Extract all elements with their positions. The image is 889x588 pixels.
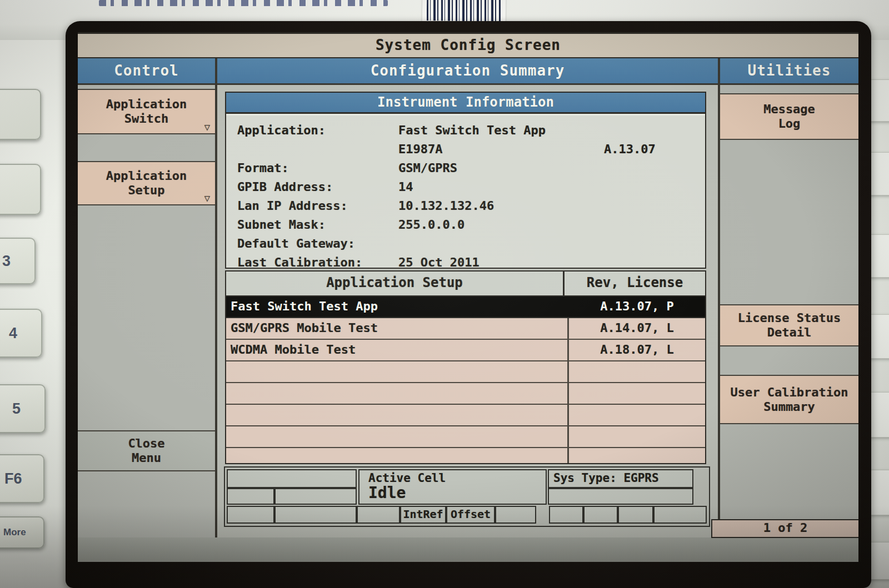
screen-title: System Config Screen — [78, 32, 858, 58]
bezel-key-blank-1[interactable] — [0, 89, 41, 140]
status-box-empty — [227, 506, 274, 524]
left-column-divider — [215, 58, 217, 537]
active-cell-state: Idle — [359, 485, 546, 501]
softkey-application-switch[interactable]: Application Switch ▽ — [78, 89, 215, 134]
status-box-empty — [653, 506, 707, 524]
bezel-key-more[interactable]: More — [0, 516, 44, 549]
softkey-close-menu[interactable]: Close Menu — [78, 430, 215, 471]
instrument-information-panel: Instrument Information Application: Fast… — [225, 92, 706, 269]
column-header-configuration-summary: Configuration Summary — [217, 58, 718, 83]
instrument-information-rows: Application: Fast Switch Test App E1987A… — [226, 114, 705, 272]
status-box-empty — [495, 506, 536, 524]
table-row-empty — [226, 405, 705, 426]
info-label: GPIB Address: — [226, 180, 398, 194]
info-row-subnet-mask: Subnet Mask: 255.0.0.0 — [226, 215, 705, 234]
status-box-empty — [274, 488, 357, 505]
status-box-empty — [227, 469, 357, 488]
softkey-application-setup-line1: Application — [106, 169, 187, 183]
softkey-user-calibration-summary[interactable]: User Calibration Summary — [720, 375, 858, 424]
column-header-control: Control — [78, 58, 215, 83]
info-row-format: Format: GSM/GPRS — [226, 158, 705, 177]
table-row-empty — [226, 361, 705, 383]
column-header-utilities: Utilities — [720, 58, 858, 83]
info-row-last-calibration: Last Calibration: 25 Oct 2011 — [226, 253, 705, 272]
softkey-license-status-detail-line2: Detail — [767, 325, 811, 340]
status-box-empty — [227, 488, 274, 505]
info-label: Application: — [226, 123, 398, 137]
info-row-default-gateway: Default Gateway: — [226, 234, 705, 253]
softkey-application-setup-line2: Setup — [128, 183, 164, 198]
info-value2: A.13.07 — [604, 142, 705, 156]
status-box-empty — [357, 506, 400, 524]
softkey-user-calibration-summary-line2: Summary — [763, 400, 815, 414]
table-row-empty — [226, 448, 705, 463]
softkey-message-log-line2: Log — [778, 117, 801, 131]
active-cell-box: Active Cell Idle — [358, 469, 547, 505]
softkey-message-log-line1: Message — [763, 102, 815, 117]
info-value: E1987A — [398, 142, 604, 156]
info-value: 10.132.132.46 — [398, 199, 604, 213]
application-setup-table-header: Application Setup Rev, License — [226, 272, 705, 296]
table-row-empty — [226, 426, 705, 448]
info-label: Format: — [226, 161, 398, 175]
partial-model-text-decoration — [99, 0, 388, 6]
info-label: Default Gateway: — [226, 237, 398, 250]
table-cell-rev: A.14.07, L — [567, 318, 705, 339]
bezel-key-5[interactable]: 5 — [0, 384, 46, 433]
page-indicator: 1 of 2 — [711, 519, 858, 538]
info-value: 255.0.0.0 — [398, 218, 604, 232]
softkey-close-menu-line2: Menu — [132, 451, 161, 465]
offset-indicator: Offset — [446, 506, 495, 524]
info-label: Lan IP Address: — [226, 199, 398, 213]
screen-bottom-strip — [78, 537, 858, 562]
active-cell-label: Active Cell — [359, 470, 546, 485]
bezel-key-blank-2[interactable] — [0, 164, 41, 215]
sys-type-box: Sys Type: EGPRS — [548, 469, 693, 488]
instrument-front-panel-photo: 3 4 5 F6 More System Config Screen Contr… — [0, 0, 889, 588]
dropdown-triangle-icon: ▽ — [204, 193, 210, 204]
softkey-license-status-detail-line1: License Status — [738, 311, 841, 325]
status-box-empty — [618, 506, 653, 524]
softkey-application-switch-line1: Application — [106, 97, 187, 112]
table-cell-name: GSM/GPRS Mobile Test — [226, 318, 567, 339]
info-label: Last Calibration: — [226, 255, 398, 269]
bezel-key-4[interactable]: 4 — [0, 309, 42, 358]
info-row-gpib-address: GPIB Address: 14 — [226, 177, 705, 196]
table-row-gsm-gprs-mobile-test[interactable]: GSM/GPRS Mobile Test A.14.07, L — [226, 318, 705, 340]
sys-type-text: Sys Type: EGPRS — [549, 470, 692, 485]
softkey-license-status-detail[interactable]: License Status Detail — [720, 304, 858, 346]
status-box-empty — [548, 488, 693, 505]
table-cell-rev: A.18.07, L — [567, 340, 705, 360]
int-ref-indicator: IntRef — [400, 506, 446, 524]
info-value: 25 Oct 2011 — [398, 255, 604, 269]
info-value: GSM/GPRS — [398, 161, 604, 175]
table-row-fast-switch-test-app[interactable]: Fast Switch Test App A.13.07, P — [226, 296, 705, 318]
table-header-rev-license: Rev, License — [563, 272, 705, 295]
info-label: Subnet Mask: — [226, 218, 398, 232]
softkey-close-menu-line1: Close — [128, 436, 164, 451]
bezel-key-3-label: 3 — [2, 253, 11, 270]
bezel-key-3[interactable]: 3 — [0, 238, 36, 284]
instrument-information-title: Instrument Information — [226, 93, 705, 114]
softkey-application-switch-line2: Switch — [124, 112, 168, 126]
softkey-application-setup[interactable]: Application Setup ▽ — [78, 161, 215, 205]
table-cell-rev: A.13.07, P — [567, 296, 705, 317]
barcode-bars — [427, 0, 502, 22]
info-row-lan-ip-address: Lan IP Address: 10.132.132.46 — [226, 196, 705, 215]
softkey-user-calibration-summary-line1: User Calibration — [731, 385, 848, 400]
table-cell-name: WCDMA Mobile Test — [226, 340, 567, 360]
application-setup-table: Application Setup Rev, License Fast Swit… — [225, 270, 706, 464]
table-header-application-setup: Application Setup — [226, 272, 563, 295]
info-value: 14 — [398, 180, 604, 194]
bezel-key-f6[interactable]: F6 — [0, 454, 44, 503]
softkey-message-log[interactable]: Message Log — [720, 93, 858, 140]
info-row-model-revision: E1987A A.13.07 — [226, 139, 705, 158]
status-box-empty — [274, 506, 357, 524]
table-row-wcdma-mobile-test[interactable]: WCDMA Mobile Test A.18.07, L — [226, 340, 705, 361]
lcd-screen: System Config Screen Control Configurati… — [78, 32, 858, 562]
info-value: Fast Switch Test App — [398, 123, 604, 137]
dropdown-triangle-icon: ▽ — [204, 122, 210, 133]
status-box-empty — [549, 506, 583, 524]
table-cell-name: Fast Switch Test App — [226, 296, 567, 317]
bezel-key-f6-label: F6 — [4, 470, 22, 488]
